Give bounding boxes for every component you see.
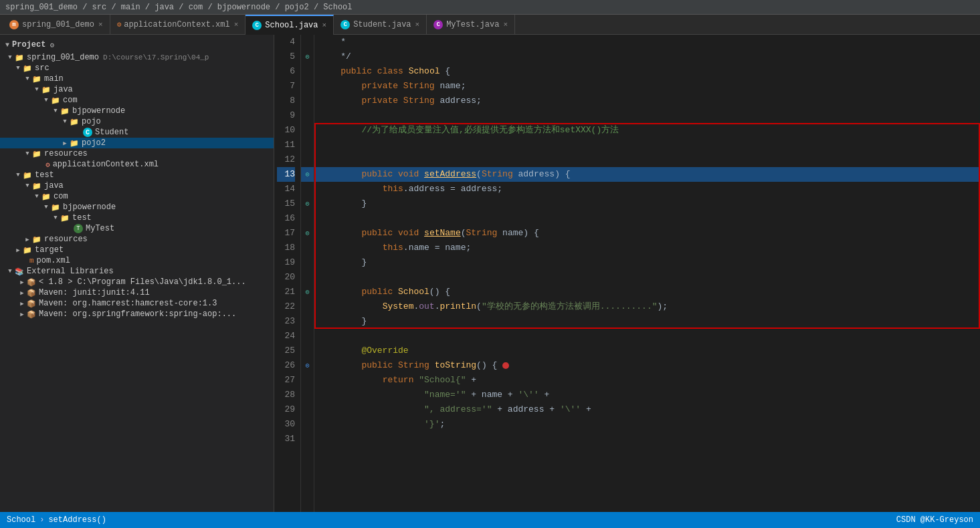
tree-appcontext-label: applicationContext.xml — [53, 160, 159, 169]
arrow-icon: ▼ — [41, 97, 51, 104]
tab-icon-c: C — [252, 21, 262, 30]
folder-icon: 📁 — [23, 64, 32, 73]
tree-pom-label: pom.xml — [37, 256, 70, 265]
code-line-7: private String name; — [314, 79, 980, 94]
sidebar[interactable]: ▼ Project ⚙ ▼ 📁 spring_001_demo D:\cours… — [0, 35, 274, 512]
tree-maven-hamcrest-label: Maven: org.hamcrest:hamcrest-core:1.3 — [39, 299, 217, 308]
tree-appcontext[interactable]: ⚙ applicationContext.xml — [0, 159, 274, 170]
project-title: Project — [12, 40, 45, 49]
breadcrumb: School › setAddress() — [7, 515, 106, 525]
tab-label: Student.java — [353, 20, 411, 29]
tab-student[interactable]: C Student.java × — [334, 15, 427, 35]
arrow-icon: ▼ — [32, 86, 41, 93]
tree-mytest-label: MyTest — [86, 224, 114, 233]
tab-close[interactable]: × — [98, 21, 103, 29]
code-line-22: System.out.println("学校的无参的构造方法被调用.......… — [314, 299, 980, 314]
tree-main[interactable]: ▼ 📁 main — [0, 74, 274, 84]
tree-root[interactable]: ▼ 📁 spring_001_demo D:\course\17.Spring\… — [0, 52, 274, 63]
code-content[interactable]: * */ public class School { private Strin… — [314, 35, 980, 512]
file-test-icon: T — [74, 224, 83, 233]
arrow-icon: ▼ — [23, 182, 32, 189]
tree-src[interactable]: ▼ 📁 src — [0, 63, 274, 74]
folder-icon: 📁 — [23, 171, 32, 180]
chevron-icon: ▼ — [5, 41, 9, 49]
tree-jdk[interactable]: ▶ 📦 < 1.8 > C:\Program Files\Java\jdk1.8… — [0, 277, 274, 287]
folder-icon: 📁 — [70, 139, 79, 148]
tab-applicationcontext[interactable]: ⚙ applicationContext.xml × — [110, 15, 246, 35]
folder-icon: 📁 — [32, 150, 41, 158]
line-numbers: 4 5 6 7 8 9 10 11 12 13 14 15 16 17 18 1… — [274, 35, 301, 512]
code-line-30: '}'; — [314, 417, 980, 432]
tree-test-test[interactable]: ▼ 📁 test — [0, 213, 274, 223]
code-line-19: } — [314, 255, 980, 270]
arrow-icon: ▼ — [51, 215, 60, 221]
code-line-26: public String toString() { — [314, 358, 980, 373]
tree-mytest[interactable]: T MyTest — [0, 223, 274, 234]
file-icon-c: C — [83, 128, 92, 137]
arrow-icon: ▼ — [23, 76, 32, 82]
folder-icon: 📁 — [23, 246, 32, 255]
tree-pojo2[interactable]: ▶ 📁 pojo2 — [0, 138, 274, 148]
tree-bjpowernode[interactable]: ▼ 📁 bjpowernode — [0, 106, 274, 116]
tree-maven-junit[interactable]: ▶ 📦 Maven: junit:junit:4.11 — [0, 287, 274, 298]
code-line-24 — [314, 329, 980, 344]
folder-icon: 📁 — [51, 203, 60, 212]
tab-close[interactable]: × — [322, 21, 327, 29]
code-container[interactable]: 4 5 6 7 8 9 10 11 12 13 14 15 16 17 18 1… — [274, 35, 980, 512]
editor-area: 4 5 6 7 8 9 10 11 12 13 14 15 16 17 18 1… — [274, 35, 980, 512]
tree-pom[interactable]: m pom.xml — [0, 255, 274, 266]
code-line-23: } — [314, 314, 980, 329]
tree-maven-junit-label: Maven: junit:junit:4.11 — [39, 288, 150, 297]
jdk-icon: 📦 — [27, 278, 36, 287]
tree-external-libs[interactable]: ▼ 📚 External Libraries — [0, 266, 274, 277]
tab-close[interactable]: × — [503, 21, 508, 29]
project-tools: ⚙ — [50, 41, 54, 49]
breadcrumb-sep: › — [39, 515, 44, 525]
tree-com[interactable]: ▼ 📁 com — [0, 95, 274, 106]
tree-test-java[interactable]: ▼ 📁 java — [0, 180, 274, 191]
tab-close[interactable]: × — [234, 21, 239, 29]
arrow-icon: ▶ — [17, 300, 27, 307]
tab-school[interactable]: C School.java × — [246, 15, 334, 35]
code-line-16 — [314, 211, 980, 226]
arrow-icon: ▼ — [32, 193, 41, 200]
arrow-icon: ▶ — [23, 236, 32, 243]
tree-maven-spring-aop[interactable]: ▶ 📦 Maven: org.springframework:spring-ao… — [0, 309, 274, 319]
folder-icon: 📁 — [60, 107, 70, 116]
tree-test-resources[interactable]: ▶ 📁 resources — [0, 234, 274, 245]
tree-resources-label: resources — [44, 149, 88, 158]
folder-icon: 📁 — [41, 192, 51, 201]
arrow-icon: ▼ — [51, 108, 60, 114]
tree-student[interactable]: C Student — [0, 127, 274, 138]
xml-icon: ⚙ — [45, 160, 50, 169]
code-line-17: public void setName(String name) { — [314, 226, 980, 241]
tree-test-label: test — [35, 170, 54, 180]
arrow-icon: ▼ — [60, 118, 70, 125]
tree-maven-hamcrest[interactable]: ▶ 📦 Maven: org.hamcrest:hamcrest-core:1.… — [0, 298, 274, 309]
code-line-10: //为了给成员变量注入值,必须提供无参构造方法和setXXX()方法 — [314, 123, 980, 138]
tab-spring-001-demo[interactable]: m spring_001_demo × — [3, 15, 110, 35]
code-line-27: return "School{" + — [314, 373, 980, 388]
tree-root-label: spring_001_demo — [27, 53, 99, 62]
tab-close[interactable]: × — [415, 21, 420, 29]
tab-label: School.java — [265, 21, 318, 30]
tree-test[interactable]: ▼ 📁 test — [0, 170, 274, 180]
code-line-12 — [314, 152, 980, 167]
maven-icon: 📦 — [27, 299, 36, 308]
tree-pojo[interactable]: ▼ 📁 pojo — [0, 116, 274, 127]
tree-root-path: D:\course\17.Spring\04_p — [103, 53, 209, 61]
tree-pojo-label: pojo — [82, 117, 101, 126]
code-line-5: */ — [314, 49, 980, 64]
tree-test-bjpowernode[interactable]: ▼ 📁 bjpowernode — [0, 202, 274, 213]
code-line-29: ", address='" + address + '\'' + — [314, 402, 980, 417]
project-header[interactable]: ▼ Project ⚙ — [0, 37, 274, 52]
tree-target[interactable]: ▶ 📁 target — [0, 245, 274, 255]
watermark: CSDN @KK-Greyson — [896, 515, 973, 525]
tree-target-label: target — [35, 245, 64, 255]
tree-java[interactable]: ▼ 📁 java — [0, 84, 274, 95]
title-text: spring_001_demo / src / main / java / co… — [5, 3, 352, 12]
tree-test-com[interactable]: ▼ 📁 com — [0, 191, 274, 202]
tree-resources[interactable]: ▼ 📁 resources — [0, 148, 274, 159]
tab-mytest[interactable]: C MyTest.java × — [427, 15, 515, 35]
code-line-15: } — [314, 196, 980, 211]
